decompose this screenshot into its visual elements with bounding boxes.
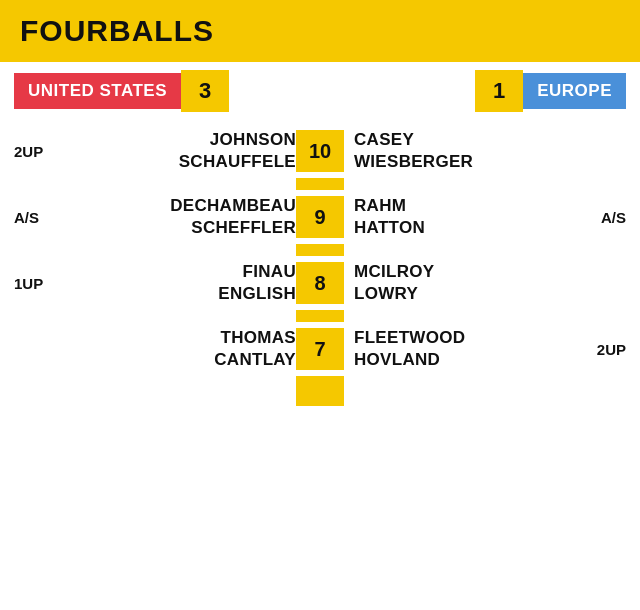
- result-left: 2UP: [14, 143, 66, 160]
- hole-number: 8: [296, 262, 344, 304]
- us-score: 3: [181, 70, 229, 112]
- match-row: 1UPFINAUENGLISH8MCILROYLOWRY: [0, 256, 640, 310]
- eu-team-label: EUROPE: [523, 73, 626, 109]
- players-us: THOMASCANTLAY: [66, 328, 296, 370]
- players-eu: CASEYWIESBERGER: [344, 130, 574, 172]
- player-name: WIESBERGER: [354, 152, 473, 172]
- player-name: FLEETWOOD: [354, 328, 465, 348]
- player-name: LOWRY: [354, 284, 418, 304]
- eu-score: 1: [475, 70, 523, 112]
- result-left: 1UP: [14, 275, 66, 292]
- players-eu: FLEETWOODHOVLAND: [344, 328, 574, 370]
- player-name: HOVLAND: [354, 350, 440, 370]
- players-us: FINAUENGLISH: [66, 262, 296, 304]
- match-divider: [0, 178, 640, 190]
- player-name: JOHNSON: [210, 130, 296, 150]
- player-name: CANTLAY: [214, 350, 296, 370]
- page-title: FOURBALLS: [20, 14, 214, 48]
- result-left: A/S: [14, 209, 66, 226]
- match-row: THOMASCANTLAY7FLEETWOODHOVLAND2UP: [0, 322, 640, 376]
- bottom-spacer: [0, 376, 640, 388]
- player-name: ENGLISH: [218, 284, 296, 304]
- match-row: A/SDECHAMBEAUSCHEFFLER9RAHMHATTONA/S: [0, 190, 640, 244]
- players-eu: MCILROYLOWRY: [344, 262, 574, 304]
- player-name: SCHEFFLER: [191, 218, 296, 238]
- hole-number: 7: [296, 328, 344, 370]
- matches-container: 2UPJOHNSONSCHAUFFELE10CASEYWIESBERGERA/S…: [0, 120, 640, 610]
- match-divider: [0, 244, 640, 256]
- players-eu: RAHMHATTON: [344, 196, 574, 238]
- hole-number: 10: [296, 130, 344, 172]
- player-name: RAHM: [354, 196, 406, 216]
- players-us: DECHAMBEAUSCHEFFLER: [66, 196, 296, 238]
- match-divider: [0, 310, 640, 322]
- player-name: FINAU: [243, 262, 296, 282]
- result-right: A/S: [574, 209, 626, 226]
- player-name: HATTON: [354, 218, 425, 238]
- player-name: THOMAS: [221, 328, 296, 348]
- app-container: FOURBALLS UNITED STATES 3 1 EUROPE 2UPJO…: [0, 0, 640, 610]
- us-team-label: UNITED STATES: [14, 73, 181, 109]
- score-header: UNITED STATES 3 1 EUROPE: [0, 62, 640, 120]
- player-name: SCHAUFFELE: [179, 152, 296, 172]
- result-right: 2UP: [574, 341, 626, 358]
- player-name: DECHAMBEAU: [170, 196, 296, 216]
- title-bar: FOURBALLS: [0, 0, 640, 62]
- match-row: 2UPJOHNSONSCHAUFFELE10CASEYWIESBERGER: [0, 124, 640, 178]
- hole-number: 9: [296, 196, 344, 238]
- players-us: JOHNSONSCHAUFFELE: [66, 130, 296, 172]
- player-name: MCILROY: [354, 262, 434, 282]
- player-name: CASEY: [354, 130, 414, 150]
